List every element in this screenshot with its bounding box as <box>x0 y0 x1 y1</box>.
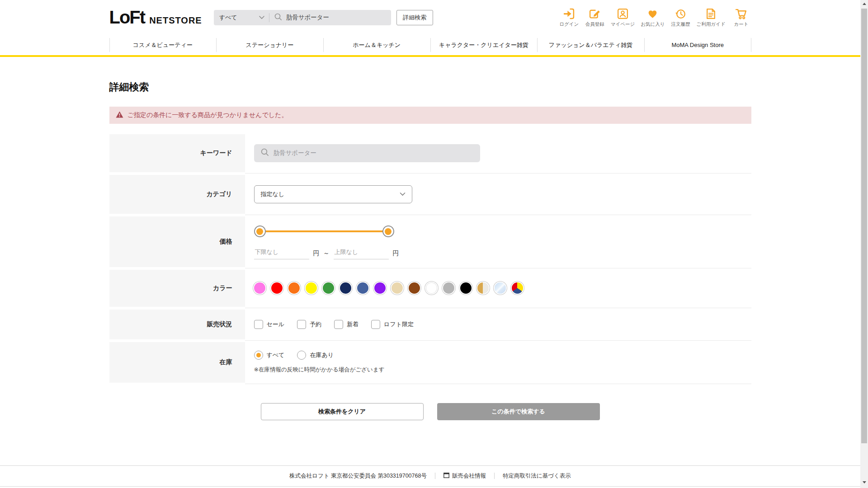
checkbox-item-reserve[interactable]: 予約 <box>297 320 321 329</box>
color-swatch-brown[interactable] <box>409 282 420 294</box>
color-swatch-red[interactable] <box>271 282 283 294</box>
nav-item-fashion-variety[interactable]: ファッション＆バラエティ雑貨 <box>537 35 644 55</box>
member-register-icon <box>589 8 601 20</box>
header-link-register[interactable]: 会員登録 <box>585 8 605 28</box>
checkbox-item-new[interactable]: 新着 <box>334 320 359 329</box>
color-swatch-green[interactable] <box>323 282 334 294</box>
color-swatch-gold-silver[interactable] <box>477 282 489 294</box>
footer: 株式会社ロフト 東京都公安委員会 第303319700768号 販売会社情報 特… <box>0 465 860 488</box>
reserve-checkbox[interactable] <box>297 320 306 329</box>
in-stock-radio[interactable] <box>297 351 306 360</box>
header-search-input[interactable]: 肋骨サポーター <box>286 14 329 22</box>
price-inputs: 下限なし 円 ～ 上限なし 円 <box>254 247 751 259</box>
stock-label: 在庫 <box>109 342 245 383</box>
color-swatch-pink[interactable] <box>254 282 265 294</box>
footer-link-company-info[interactable]: 販売会社情報 <box>443 472 486 480</box>
nav-item-character-goods[interactable]: キャラクター・クリエイター雑貨 <box>430 35 538 55</box>
mypage-label: マイページ <box>611 21 635 28</box>
logo-main-text: LoFt <box>109 7 145 28</box>
keyword-input[interactable]: 肋骨サポーター <box>254 144 480 162</box>
color-swatch-black[interactable] <box>460 282 472 294</box>
scrollbar-down-button[interactable] <box>860 479 868 486</box>
footer-link-legal[interactable]: 特定商取引法に基づく表示 <box>503 472 571 480</box>
price-unit-min: 円 <box>313 249 320 258</box>
new-arrival-checkbox[interactable] <box>334 320 343 329</box>
nav-item-stationery[interactable]: ステーショナリー <box>216 35 323 55</box>
footer-legal-label: 特定商取引法に基づく表示 <box>503 472 571 480</box>
color-swatch-gray[interactable] <box>443 282 454 294</box>
detail-search-button[interactable]: 詳細検索 <box>396 10 433 25</box>
form-row-stock: 在庫 すべて 在庫あり ※在庫情報の反映に時間がかかる場合がございます <box>109 341 751 384</box>
sales-status-options: セール 予約 新着 ロフト限定 <box>254 320 751 329</box>
form-row-price: 価格 下限なし 円 ～ 上限なし 円 <box>109 215 751 268</box>
radio-item-all[interactable]: すべて <box>254 351 285 360</box>
scrollbar-up-button[interactable] <box>860 0 868 8</box>
scroll-down-icon <box>863 481 866 483</box>
header-link-login[interactable]: ログイン <box>559 8 579 28</box>
header-search: すべて 肋骨サポーター 詳細検索 <box>214 10 433 25</box>
loft-limited-checkbox[interactable] <box>371 320 380 329</box>
guide-label: ご利用ガイド <box>697 21 726 28</box>
checkbox-item-sale[interactable]: セール <box>254 320 285 329</box>
vertical-scrollbar[interactable] <box>860 0 868 488</box>
category-select[interactable]: 指定なし <box>254 185 412 203</box>
header-link-favorites[interactable]: お気に入り <box>641 8 665 28</box>
search-category-value: すべて <box>219 14 237 22</box>
form-row-keyword: キーワード 肋骨サポーター <box>109 133 751 174</box>
nav-item-moma[interactable]: MoMA Design Store <box>644 35 751 55</box>
color-swatch-navy[interactable] <box>340 282 351 294</box>
price-slider-track <box>259 230 389 232</box>
nav-item-home-kitchen[interactable]: ホーム＆キッチン <box>323 35 430 55</box>
header-link-guide[interactable]: ご利用ガイド <box>697 8 726 28</box>
color-swatch-yellow[interactable] <box>306 282 317 294</box>
footer-company-text: 株式会社ロフト 東京都公安委員会 第303319700768号 <box>289 472 427 480</box>
loft-logo[interactable]: LoFt NETSTORE <box>109 7 202 28</box>
footer-separator <box>435 473 435 479</box>
top-header: LoFt NETSTORE すべて 肋骨サポーター <box>0 0 860 35</box>
logo-sub-text: NETSTORE <box>149 15 202 26</box>
scrollbar-thumb[interactable] <box>861 9 867 443</box>
order-history-label: 注文履歴 <box>671 21 690 28</box>
color-swatch-clear[interactable] <box>495 282 506 294</box>
color-swatch-multicolor[interactable] <box>512 282 523 294</box>
price-slider-handle-max[interactable] <box>382 225 394 237</box>
radio-item-in-stock[interactable]: 在庫あり <box>297 351 334 360</box>
chevron-down-icon <box>400 191 406 197</box>
form-actions: 検索条件をクリア この条件で検索する <box>109 403 751 420</box>
price-max-input[interactable]: 上限なし <box>334 247 389 259</box>
header-link-mypage[interactable]: マイページ <box>611 8 635 28</box>
favorites-label: お気に入り <box>641 21 665 28</box>
color-swatch-blue[interactable] <box>357 282 368 294</box>
advanced-search-form: キーワード 肋骨サポーター カテゴリ 指定なし <box>109 133 751 384</box>
sale-checkbox[interactable] <box>254 320 263 329</box>
checkbox-item-loft-limited[interactable]: ロフト限定 <box>371 320 414 329</box>
stock-note: ※在庫情報の反映に時間がかかる場合がございます <box>254 366 751 374</box>
reserve-checkbox-label: 予約 <box>310 320 321 328</box>
clear-conditions-button[interactable]: 検索条件をクリア <box>261 403 424 420</box>
color-swatch-white[interactable] <box>426 282 437 294</box>
search-category-dropdown[interactable]: すべて <box>219 14 264 22</box>
search-with-conditions-button[interactable]: この条件で検索する <box>437 403 600 420</box>
scroll-up-icon <box>863 3 866 5</box>
stock-all-radio[interactable] <box>254 351 263 360</box>
price-label: 価格 <box>109 216 245 267</box>
price-min-input[interactable]: 下限なし <box>254 247 309 259</box>
form-row-category: カテゴリ 指定なし <box>109 174 751 215</box>
window-icon <box>443 473 449 479</box>
login-label: ログイン <box>559 21 579 28</box>
cart-label: カート <box>734 21 749 28</box>
color-swatch-beige[interactable] <box>392 282 403 294</box>
header-search-box[interactable]: すべて 肋骨サポーター <box>214 10 391 25</box>
price-range-separator: ～ <box>323 249 330 258</box>
price-slider-handle-min[interactable] <box>254 225 266 237</box>
footer-separator <box>494 473 495 479</box>
color-swatch-purple[interactable] <box>374 282 386 294</box>
new-arrival-checkbox-label: 新着 <box>347 320 359 328</box>
register-label: 会員登録 <box>585 21 604 28</box>
header-link-order-history[interactable]: 注文履歴 <box>671 8 691 28</box>
category-nav: コスメ＆ビューティー ステーショナリー ホーム＆キッチン キャラクター・クリエイ… <box>0 35 860 57</box>
header-link-cart[interactable]: カート <box>731 8 751 28</box>
nav-item-cosmetics[interactable]: コスメ＆ビューティー <box>109 35 217 55</box>
color-swatch-orange[interactable] <box>288 282 300 294</box>
form-row-color: カラー <box>109 268 751 308</box>
